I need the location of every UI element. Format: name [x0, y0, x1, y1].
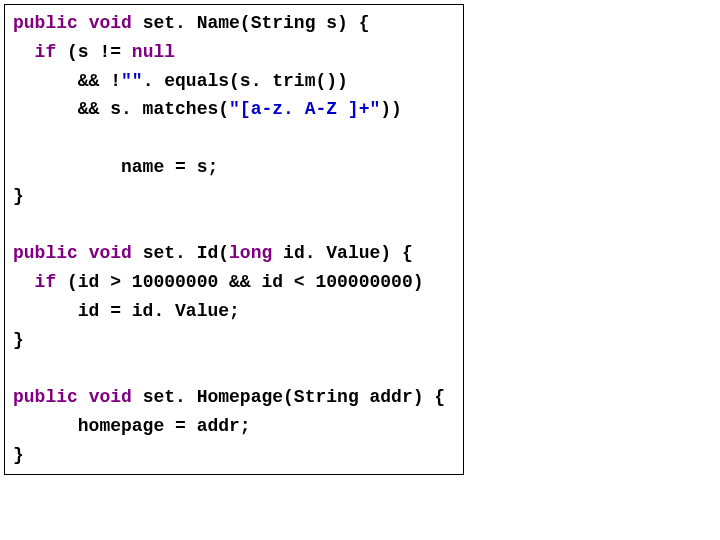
code-text: )): [380, 99, 402, 119]
keyword-void: void: [89, 243, 132, 263]
keyword-if: if: [35, 42, 57, 62]
code-text: name = s;: [13, 157, 218, 177]
string-literal: "": [121, 71, 143, 91]
keyword-public: public: [13, 387, 78, 407]
code-text: set. Homepage(String addr) {: [132, 387, 445, 407]
code-text: && !: [13, 71, 121, 91]
string-literal: "[a-z. A-Z ]+": [229, 99, 380, 119]
code-text: homepage = addr;: [13, 416, 251, 436]
code-text: set. Id(: [132, 243, 229, 263]
keyword-long: long: [229, 243, 272, 263]
code-content: public void set. Name(String s) { if (s …: [13, 9, 455, 470]
code-text: [13, 272, 35, 292]
keyword-public: public: [13, 243, 78, 263]
code-text: (s !=: [56, 42, 132, 62]
code-text: }: [13, 330, 24, 350]
code-text: }: [13, 445, 24, 465]
code-text: }: [13, 186, 24, 206]
keyword-void: void: [89, 13, 132, 33]
keyword-if: if: [35, 272, 57, 292]
keyword-void: void: [89, 387, 132, 407]
code-text: && s. matches(: [13, 99, 229, 119]
code-text: (id > 10000000 && id < 100000000): [56, 272, 423, 292]
code-block: public void set. Name(String s) { if (s …: [4, 4, 464, 475]
keyword-public: public: [13, 13, 78, 33]
code-text: id = id. Value;: [13, 301, 240, 321]
code-text: id. Value) {: [272, 243, 412, 263]
keyword-null: null: [132, 42, 175, 62]
code-text: . equals(s. trim()): [143, 71, 348, 91]
code-text: set. Name(String s) {: [132, 13, 370, 33]
code-text: [13, 42, 35, 62]
